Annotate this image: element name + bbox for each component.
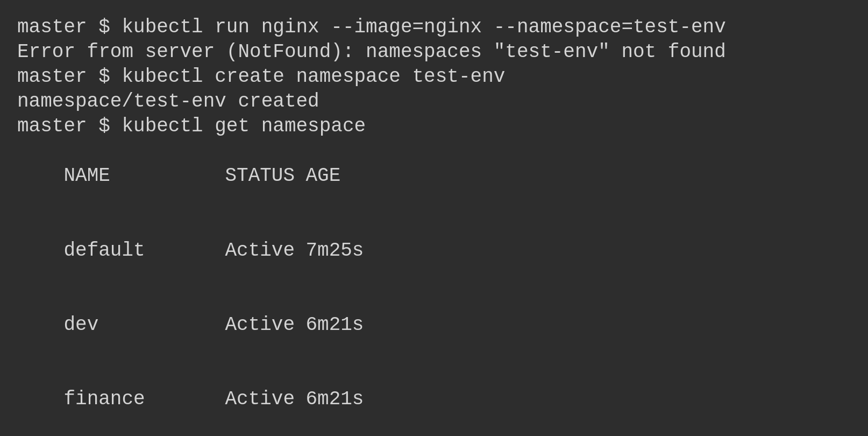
output-line-1: namespace/test-env created	[17, 89, 851, 114]
row-status-default: Active	[225, 238, 305, 263]
row-name-finance: finance	[63, 387, 225, 412]
table-row: financeActive6m21s	[17, 362, 851, 436]
table-row: defaultActive7m25s	[17, 214, 851, 288]
command-line-3: master $ kubectl get namespace	[17, 114, 851, 139]
command-line-1: master $ kubectl run nginx --image=nginx…	[17, 15, 851, 40]
row-age-finance: 6m21s	[305, 387, 364, 412]
terminal-window[interactable]: master $ kubectl run nginx --image=nginx…	[0, 0, 868, 436]
header-name: NAME	[63, 164, 225, 188]
row-name-dev: dev	[63, 313, 225, 337]
table-header: NAMESTATUSAGE	[17, 139, 851, 213]
row-age-dev: 6m21s	[305, 313, 364, 337]
row-status-dev: Active	[225, 313, 305, 337]
row-age-default: 7m25s	[305, 238, 364, 263]
table-row: devActive6m21s	[17, 288, 851, 362]
command-line-2: master $ kubectl create namespace test-e…	[17, 65, 851, 89]
row-status-finance: Active	[225, 387, 305, 412]
error-line-1: Error from server (NotFound): namespaces…	[17, 40, 851, 65]
header-age: AGE	[305, 164, 340, 188]
row-name-default: default	[63, 238, 225, 263]
header-status: STATUS	[225, 164, 305, 188]
